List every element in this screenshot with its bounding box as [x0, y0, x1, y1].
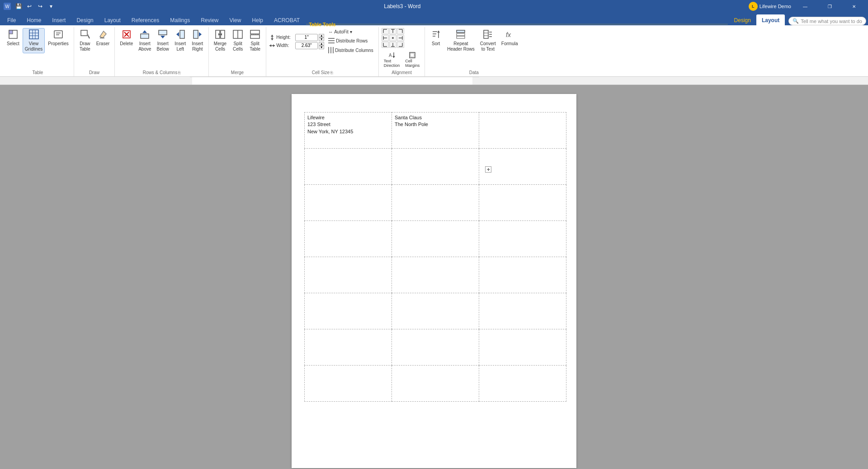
view-gridlines-icon — [29, 29, 39, 41]
table-cell-2-0[interactable] — [305, 185, 392, 221]
tab-insert[interactable]: Insert — [47, 14, 71, 25]
insert-left-button[interactable]: InsertLeft — [172, 28, 189, 53]
table-cell-6-0[interactable] — [305, 329, 392, 366]
table-cell-5-1[interactable] — [392, 293, 479, 329]
rows-columns-expand-icon[interactable]: ⎘ — [178, 70, 180, 75]
align-top-left-button[interactable] — [382, 28, 389, 34]
split-table-button[interactable]: SplitTable — [247, 28, 263, 53]
height-arrows: ▲ ▼ — [319, 34, 324, 41]
alignment-extra-buttons: A TextDirection CellMargins — [382, 50, 422, 69]
tab-file[interactable]: File — [2, 14, 21, 25]
eraser-button[interactable]: Eraser — [94, 28, 112, 48]
sort-button[interactable]: Sort — [428, 28, 444, 48]
svg-rect-24 — [193, 30, 198, 38]
table-cell-5-0[interactable] — [305, 293, 392, 329]
table-cell-4-2[interactable] — [479, 257, 566, 293]
table-cell-3-1[interactable] — [392, 221, 479, 257]
table-cell-7-0[interactable] — [305, 366, 392, 402]
table-cell-0-0[interactable]: Lifewire 123 Street New York, NY 12345 — [305, 113, 392, 149]
formula-button[interactable]: fx Formula — [499, 28, 520, 48]
height-up-arrow[interactable]: ▲ — [319, 34, 324, 38]
close-button[interactable]: ✕ — [844, 0, 864, 13]
tab-help[interactable]: Help — [246, 14, 269, 25]
table-cell-3-0[interactable] — [305, 221, 392, 257]
split-cells-button[interactable]: SplitCells — [230, 28, 246, 53]
insert-above-button[interactable]: InsertAbove — [136, 28, 153, 53]
align-center-button[interactable] — [389, 35, 396, 41]
convert-to-text-icon — [483, 29, 493, 41]
merge-cells-button[interactable]: MergeCells — [212, 28, 229, 53]
view-gridlines-button[interactable]: ViewGridlines — [23, 28, 45, 53]
text-direction-button[interactable]: A TextDirection — [382, 50, 402, 69]
redo-qat-button[interactable]: ↪ — [35, 1, 45, 11]
tab-design[interactable]: Design — [71, 14, 99, 25]
table-cell-7-2[interactable] — [479, 366, 566, 402]
width-spinner: Width: ▲ ▼ — [269, 42, 324, 49]
insert-below-button[interactable]: InsertBelow — [155, 28, 171, 53]
align-bottom-right-button[interactable] — [397, 42, 404, 48]
table-cell-1-2[interactable] — [479, 149, 566, 185]
save-qat-button[interactable]: 💾 — [14, 1, 24, 11]
table-cell-1-0[interactable] — [305, 149, 392, 185]
table-cell-5-2[interactable] — [479, 293, 566, 329]
width-input[interactable] — [295, 42, 318, 49]
draw-group-label: Draw — [77, 69, 112, 76]
svg-rect-77 — [457, 36, 465, 38]
insert-left-icon — [175, 29, 185, 41]
convert-to-text-button[interactable]: Convertto Text — [478, 28, 498, 53]
table-move-handle[interactable]: ✛ — [485, 166, 491, 173]
restore-button[interactable]: ❐ — [819, 0, 840, 13]
table-cell-6-2[interactable] — [479, 329, 566, 366]
table-cell-7-1[interactable] — [392, 366, 479, 402]
table-cell-1-1[interactable] — [392, 149, 479, 185]
width-label: Width: — [276, 43, 294, 48]
table-cell-0-2[interactable] — [479, 113, 566, 149]
tell-me-bar[interactable]: 🔍 Tell me what you want to do — [788, 17, 866, 25]
insert-right-button[interactable]: InsertRight — [189, 28, 206, 53]
align-top-center-button[interactable] — [389, 28, 396, 34]
undo-qat-button[interactable]: ↩ — [24, 1, 34, 11]
repeat-header-label: RepeatHeader Rows — [447, 41, 475, 52]
tab-references[interactable]: References — [126, 14, 165, 25]
table-cell-4-1[interactable] — [392, 257, 479, 293]
table-cell-3-2[interactable] — [479, 221, 566, 257]
cell-margins-button[interactable]: CellMargins — [403, 50, 422, 69]
tab-view[interactable]: View — [224, 14, 247, 25]
title-bar: W 💾 ↩ ↪ ▾ Labels3 - Word L Lifewire Demo… — [0, 0, 868, 13]
width-up-arrow[interactable]: ▲ — [319, 42, 324, 46]
align-center-left-button[interactable] — [382, 35, 389, 41]
distribute-rows-button[interactable]: Distribute Rows — [326, 37, 375, 45]
tab-acrobat[interactable]: ACROBAT — [269, 14, 305, 25]
svg-marker-67 — [392, 56, 395, 58]
autofit-button[interactable]: ↔ AutoFit ▾ — [326, 28, 375, 36]
align-top-right-button[interactable] — [397, 28, 404, 34]
table-cell-2-2[interactable] — [479, 185, 566, 221]
draw-table-button[interactable]: DrawTable — [77, 28, 93, 53]
align-bottom-left-button[interactable] — [382, 42, 389, 48]
distribute-cols-button[interactable]: Distribute Columns — [326, 46, 375, 55]
tab-review[interactable]: Review — [195, 14, 224, 25]
select-button[interactable]: Select — [5, 28, 22, 48]
minimize-button[interactable]: — — [795, 0, 816, 13]
align-bottom-center-button[interactable] — [389, 42, 396, 48]
cell-margins-label: CellMargins — [405, 59, 420, 68]
repeat-header-button[interactable]: RepeatHeader Rows — [445, 28, 477, 53]
table-cell-6-1[interactable] — [392, 329, 479, 366]
table-cell-2-1[interactable] — [392, 185, 479, 221]
align-center-right-button[interactable] — [397, 35, 404, 41]
delete-button[interactable]: Delete — [118, 28, 135, 48]
height-input[interactable] — [295, 34, 318, 41]
properties-button[interactable]: Properties — [46, 28, 71, 48]
tab-table-layout[interactable]: Layout — [756, 14, 785, 25]
height-down-arrow[interactable]: ▼ — [319, 38, 324, 41]
tab-mailings[interactable]: Mailings — [165, 14, 195, 25]
delete-label: Delete — [120, 41, 133, 47]
width-down-arrow[interactable]: ▼ — [319, 46, 324, 49]
tab-layout[interactable]: Layout — [99, 14, 126, 25]
qat-more-button[interactable]: ▾ — [46, 1, 56, 11]
tab-table-design[interactable]: Design — [729, 14, 756, 25]
cell-size-expand-icon[interactable]: ⎘ — [330, 70, 333, 75]
table-cell-4-0[interactable] — [305, 257, 392, 293]
table-cell-0-1[interactable]: Santa Claus The North Pole — [392, 113, 479, 149]
tab-home[interactable]: Home — [21, 14, 47, 25]
